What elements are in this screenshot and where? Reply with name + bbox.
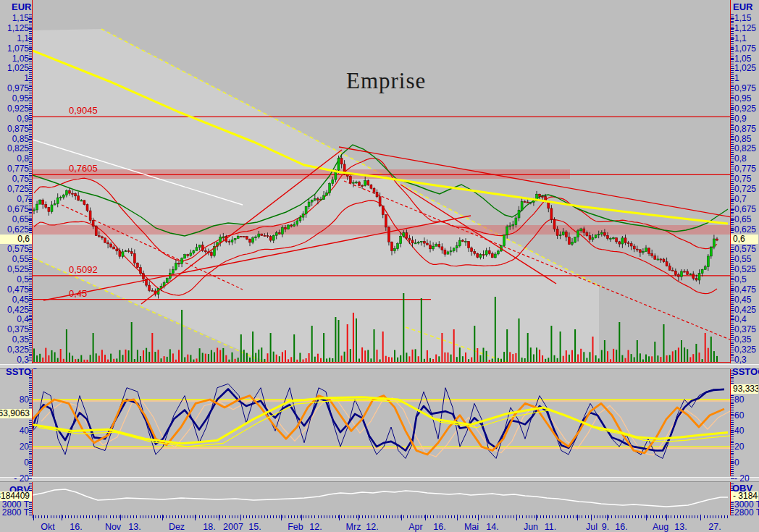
time-tick-label: Nov <box>105 522 121 532</box>
chart-title: Emprise <box>346 68 426 94</box>
axis-minor-ticks <box>29 371 32 476</box>
price-tick-left: 0,95 <box>0 94 29 103</box>
price-tick-left: 0,725 <box>0 185 29 193</box>
stochastic-pane[interactable] <box>0 369 759 476</box>
price-tick-right: 0,5 <box>734 275 747 284</box>
obv-last-value-right: - 3184409 <box>731 491 758 501</box>
time-tick-major <box>33 515 34 520</box>
time-tick-label: 27. <box>708 522 721 532</box>
sstoc-last-value-left: 63,9063 <box>0 409 32 418</box>
price-tick-left: 0,925 <box>0 104 29 113</box>
price-tick-right: 0,75 <box>734 174 751 183</box>
price-tick-right: 0,45 <box>734 295 751 304</box>
price-tick-right: 0,475 <box>734 285 756 294</box>
time-tick-label: 13. <box>674 522 687 532</box>
time-tick-major <box>195 515 196 520</box>
price-tick-left: 1,075 <box>0 44 29 53</box>
price-tick-right: 0,85 <box>734 135 751 143</box>
price-tick-left: 0,675 <box>0 205 29 214</box>
time-tick-label: 12. <box>309 522 322 532</box>
obv-pane[interactable] <box>0 482 759 515</box>
price-tick-left: 1,125 <box>0 24 29 33</box>
time-tick-label: 16. <box>433 522 445 532</box>
sstoc-tick-left: 40 <box>0 426 29 435</box>
price-tick-left: 0,8 <box>0 154 29 163</box>
price-tick-right: 0,575 <box>734 245 756 253</box>
time-tick-label: 9. <box>602 522 609 532</box>
sstoc-tick-left: - 20 <box>0 474 29 483</box>
price-tick-left: 0,575 <box>0 245 29 253</box>
price-level-label: 0,45 <box>69 288 87 299</box>
sstoc-tick-left: 80 <box>0 395 29 404</box>
time-tick-label: Dez <box>169 522 185 532</box>
price-tick-left: 0,4 <box>0 315 29 324</box>
price-tick-left: 0,775 <box>0 164 29 173</box>
price-tick-left: 0,375 <box>0 325 29 334</box>
price-tick-left: 0,425 <box>0 305 29 314</box>
price-tick-left: 0,75 <box>0 174 29 183</box>
price-tick-right: 0,95 <box>734 94 751 103</box>
time-tick-major <box>358 515 358 520</box>
price-tick-left: 0,3 <box>0 355 29 364</box>
time-tick-major <box>646 515 647 520</box>
price-tick-right: 0,625 <box>734 225 756 234</box>
time-tick-label: 16. <box>615 522 627 532</box>
time-tick-major <box>162 515 163 520</box>
price-tick-right: 0,4 <box>734 315 747 324</box>
price-tick-right: 1,15 <box>734 14 751 22</box>
time-tick-major <box>577 515 578 520</box>
price-tick-right: 1,05 <box>734 54 751 63</box>
price-chart-pane[interactable] <box>0 0 759 363</box>
time-tick-major <box>425 515 426 520</box>
time-tick-major <box>457 515 458 520</box>
axis-tick-mark <box>28 478 32 479</box>
price-tick-left: 0,475 <box>0 285 29 294</box>
price-tick-left: 0,45 <box>0 295 29 304</box>
price-tick-left: 1,1 <box>0 34 29 43</box>
price-tick-right: 0,925 <box>734 104 756 113</box>
price-tick-right: 1,125 <box>734 24 756 33</box>
price-tick-left: 0,525 <box>0 265 29 274</box>
price-tick-left: 1,025 <box>0 64 29 72</box>
price-tick-right: 0,325 <box>734 345 756 354</box>
price-tick-left: 1,15 <box>0 14 29 22</box>
time-tick-major <box>62 515 62 520</box>
axis-minor-ticks <box>731 14 734 362</box>
price-tick-left: 0,975 <box>0 84 29 93</box>
time-tick-major <box>666 515 667 520</box>
pane-separator-upper[interactable] <box>0 364 759 369</box>
time-tick-major <box>339 515 340 520</box>
last-price-highlight-right: 0,6 <box>731 235 758 244</box>
price-tick-left: 0,9 <box>0 114 29 123</box>
sstoc-tick-right: 40 <box>734 426 744 435</box>
sstoc-tick-right: 60 <box>734 411 744 420</box>
sstoc-tick-left: 20 <box>0 442 29 451</box>
price-tick-right: 0,675 <box>734 205 756 214</box>
price-tick-left: 0,55 <box>0 255 29 263</box>
pane-separator-lower[interactable] <box>0 477 759 482</box>
time-tick-label: Apr <box>408 522 422 532</box>
price-tick-right: 1,1 <box>734 34 747 43</box>
price-tick-left: 1 <box>0 74 29 83</box>
price-tick-right: 0,35 <box>734 335 751 344</box>
time-tick-major <box>98 515 99 520</box>
obv-last-value-left: -3184409 <box>0 491 32 501</box>
time-tick-label: Feb <box>288 522 303 532</box>
axis-minor-ticks <box>29 14 32 362</box>
price-tick-right: 0,8 <box>734 154 747 163</box>
price-tick-right: 0,825 <box>734 144 756 153</box>
price-tick-left: 0,85 <box>0 135 29 143</box>
price-level-label: 0,5092 <box>69 264 98 275</box>
time-tick-label: 16. <box>70 522 82 532</box>
price-tick-right: 0,7 <box>734 195 747 203</box>
time-axis-minor-ticks <box>33 515 730 518</box>
axis-tick-mark <box>731 478 734 479</box>
price-tick-right: 0,425 <box>734 305 756 314</box>
price-tick-left: 1,05 <box>0 54 29 63</box>
time-tick-major <box>478 515 479 520</box>
time-tick-label: Aug <box>653 522 668 532</box>
time-tick-label: 11. <box>545 522 556 532</box>
price-tick-right: 1,025 <box>734 64 756 72</box>
time-tick-major <box>120 515 121 520</box>
sstoc-tick-right: 20 <box>734 442 744 451</box>
